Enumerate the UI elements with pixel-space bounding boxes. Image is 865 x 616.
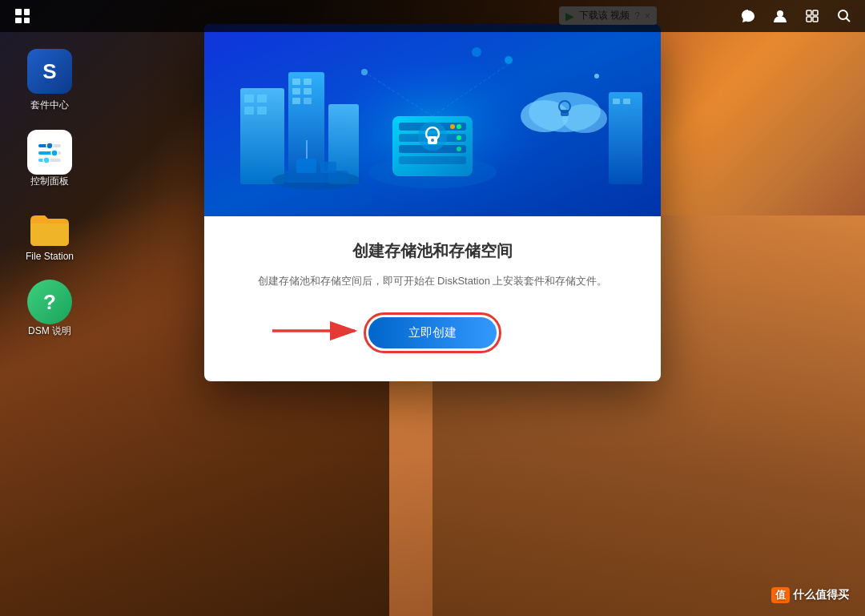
svg-rect-2 bbox=[813, 10, 818, 15]
svg-rect-28 bbox=[304, 88, 312, 95]
file-station-label: File Station bbox=[26, 251, 74, 262]
user-icon[interactable] bbox=[767, 3, 793, 29]
dialog-description: 创建存储池和存储空间后，即可开始在 DiskStation 上安装套件和存储文件… bbox=[236, 273, 629, 290]
svg-rect-53 bbox=[623, 99, 630, 104]
svg-rect-51 bbox=[609, 92, 642, 184]
svg-point-60 bbox=[505, 56, 513, 64]
watermark-logo: 值 bbox=[771, 587, 790, 603]
control-panel-label: 控制面板 bbox=[30, 175, 69, 188]
svg-line-6 bbox=[847, 18, 851, 22]
apps-grid-button[interactable] bbox=[8, 2, 37, 30]
watermark: 值 什么值得买 bbox=[771, 587, 849, 603]
svg-rect-1 bbox=[807, 10, 811, 15]
svg-rect-20 bbox=[244, 95, 254, 103]
desktop-icon-list: S 套件中心 控制面板 bbox=[14, 44, 85, 343]
dialog-title: 创建存储池和存储空间 bbox=[236, 240, 629, 262]
svg-rect-50 bbox=[561, 110, 569, 116]
svg-rect-29 bbox=[292, 98, 300, 104]
svg-rect-21 bbox=[257, 95, 267, 103]
grid-icon bbox=[15, 9, 30, 23]
package-center-label: 套件中心 bbox=[30, 99, 69, 112]
message-icon[interactable] bbox=[735, 3, 761, 29]
svg-rect-37 bbox=[399, 156, 466, 164]
svg-rect-27 bbox=[292, 88, 300, 95]
svg-point-61 bbox=[594, 74, 599, 79]
dialog-body: 创建存储池和存储空间 创建存储池和存储空间后，即可开始在 DiskStation… bbox=[204, 216, 661, 381]
dsm-help-label: DSM 说明 bbox=[28, 324, 71, 338]
taskbar bbox=[0, 0, 865, 32]
svg-rect-57 bbox=[320, 162, 336, 173]
create-now-button[interactable]: 立即创建 bbox=[368, 317, 497, 348]
control-panel-icon[interactable]: 控制面板 bbox=[14, 125, 85, 193]
svg-point-41 bbox=[457, 147, 461, 151]
svg-point-48 bbox=[562, 104, 607, 133]
svg-point-40 bbox=[457, 135, 461, 140]
search-taskbar-icon[interactable] bbox=[831, 3, 857, 29]
svg-rect-52 bbox=[613, 99, 620, 104]
svg-point-0 bbox=[777, 10, 783, 17]
svg-rect-22 bbox=[244, 107, 254, 115]
file-station-icon[interactable]: File Station bbox=[14, 201, 85, 267]
svg-rect-55 bbox=[284, 171, 348, 183]
svg-point-62 bbox=[472, 47, 481, 57]
red-arrow-indicator bbox=[268, 315, 364, 350]
svg-rect-26 bbox=[304, 79, 312, 85]
svg-point-39 bbox=[450, 124, 455, 129]
watermark-text: 什么值得买 bbox=[793, 588, 849, 602]
create-button-highlight: 立即创建 bbox=[364, 312, 501, 353]
svg-point-47 bbox=[521, 100, 569, 132]
main-dialog: 创建存储池和存储空间 创建存储池和存储空间后，即可开始在 DiskStation… bbox=[204, 24, 661, 381]
package-center-icon[interactable]: S 套件中心 bbox=[14, 44, 85, 117]
svg-rect-3 bbox=[807, 17, 811, 22]
dsm-help-icon[interactable]: ? DSM 说明 bbox=[14, 275, 85, 343]
svg-rect-56 bbox=[296, 159, 316, 173]
svg-point-16 bbox=[43, 157, 50, 163]
svg-point-10 bbox=[46, 143, 53, 149]
svg-rect-30 bbox=[304, 98, 312, 104]
svg-rect-4 bbox=[813, 17, 818, 22]
svg-point-5 bbox=[839, 10, 847, 19]
windows-manager-icon[interactable] bbox=[799, 3, 825, 29]
dialog-action-area: 立即创建 bbox=[236, 312, 629, 353]
dialog-header-image bbox=[204, 24, 661, 216]
svg-point-45 bbox=[431, 139, 434, 142]
svg-rect-25 bbox=[292, 79, 300, 85]
svg-point-13 bbox=[51, 150, 58, 156]
svg-rect-23 bbox=[257, 107, 267, 115]
svg-point-38 bbox=[457, 124, 461, 129]
